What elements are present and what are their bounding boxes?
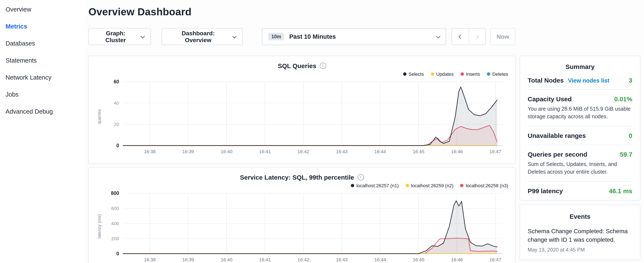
time-step-buttons — [452, 28, 486, 45]
sidebar-item-databases[interactable]: Databases — [0, 35, 85, 52]
now-button[interactable]: Now — [490, 28, 515, 45]
legend-label: localhost:26259 (n2) — [411, 183, 453, 188]
service-latency-chart-card: Service Latency: SQL, 99th percentile i … — [88, 167, 515, 263]
legend-label: Updates — [436, 72, 454, 77]
sql-queries-chart-card: SQL Queries i Selects Updates Inserts — [88, 56, 515, 164]
summary-card: Summary Total Nodes View nodes list 3 Ca… — [520, 56, 640, 200]
chevron-right-icon — [474, 35, 478, 39]
summary-label: Capacity Used — [528, 95, 572, 103]
svg-text:60: 60 — [114, 79, 119, 85]
sidebar-item-overview[interactable]: Overview — [0, 1, 85, 18]
service-latency-chart-title: Service Latency: SQL, 99th percentile — [240, 173, 354, 181]
svg-text:20: 20 — [114, 122, 119, 127]
service-latency-legend: localhost:26257 (n1) localhost:26259 (n2… — [96, 182, 508, 189]
legend-dot — [460, 184, 464, 187]
svg-text:16:46: 16:46 — [451, 257, 463, 262]
events-title: Events — [528, 213, 632, 220]
svg-text:16:45: 16:45 — [413, 257, 424, 262]
legend-item-updates[interactable]: Updates — [430, 72, 454, 77]
svg-text:16:46: 16:46 — [451, 149, 463, 154]
chevron-down-icon — [232, 34, 237, 38]
summary-label: Total Nodes — [528, 77, 564, 84]
legend-label: Deletes — [492, 72, 508, 77]
legend-item-inserts[interactable]: Inserts — [460, 72, 480, 77]
app-root: Overview Metrics Databases Statements Ne… — [0, 0, 644, 263]
sql-queries-chart-title: SQL Queries — [278, 62, 316, 69]
sidebar-item-jobs[interactable]: Jobs — [0, 86, 85, 103]
legend-item-deletes[interactable]: Deletes — [487, 72, 508, 77]
toolbar: Graph: Cluster Dashboard: Overview 10m P… — [88, 28, 515, 45]
svg-text:16:47: 16:47 — [490, 257, 501, 262]
svg-text:16:38: 16:38 — [144, 149, 156, 154]
svg-text:16:38: 16:38 — [144, 257, 156, 262]
y-axis-label: queries — [96, 78, 102, 155]
sidebar: Overview Metrics Databases Statements Ne… — [0, 0, 85, 263]
svg-text:800: 800 — [111, 190, 119, 196]
summary-row-capacity-used: Capacity Used 0.01% You are using 28.6 M… — [528, 90, 632, 126]
y-axis-label: latency (ms) — [96, 190, 102, 263]
legend-dot — [460, 72, 464, 76]
svg-text:200: 200 — [111, 236, 119, 241]
sidebar-item-metrics[interactable]: Metrics — [0, 18, 85, 35]
legend-dot — [351, 184, 354, 187]
time-range-picker[interactable]: 10m Past 10 Minutes — [262, 28, 446, 45]
svg-text:16:39: 16:39 — [182, 149, 194, 154]
sql-queries-chart: 020406016:3816:3916:4016:4116:4216:4316:… — [102, 78, 508, 155]
page-title: Overview Dashboard — [88, 6, 515, 18]
time-back-button[interactable] — [452, 29, 468, 45]
legend-dot — [406, 184, 409, 187]
summary-value: 0 — [629, 132, 632, 139]
time-forward-button[interactable] — [468, 29, 485, 45]
legend-label: Inserts — [466, 72, 480, 77]
svg-text:16:43: 16:43 — [336, 257, 348, 262]
legend-item-n3[interactable]: localhost:26258 (n3) — [460, 183, 508, 188]
svg-text:16:47: 16:47 — [490, 149, 501, 154]
legend-label: Selects — [408, 72, 424, 77]
graph-scope-dropdown[interactable]: Graph: Cluster — [88, 28, 151, 45]
summary-row-queries-per-second: Queries per second 59.7 Sum of Selects, … — [528, 145, 632, 182]
svg-text:16:40: 16:40 — [221, 149, 232, 154]
legend-dot — [487, 72, 490, 76]
event-list-item[interactable]: Schema Change Completed: Schema change w… — [528, 227, 632, 252]
summary-value: 59.7 — [620, 151, 632, 158]
svg-text:16:41: 16:41 — [259, 257, 271, 262]
summary-value: 46.1 ms — [609, 187, 632, 194]
svg-text:16:43: 16:43 — [336, 149, 348, 154]
sidebar-item-network-latency[interactable]: Network Latency — [0, 69, 85, 86]
service-latency-chart: 020040060080016:3816:3916:4016:4116:4216… — [102, 190, 508, 263]
svg-text:16:42: 16:42 — [298, 257, 309, 262]
svg-text:600: 600 — [111, 206, 119, 211]
right-panel: Summary Total Nodes View nodes list 3 Ca… — [520, 0, 640, 263]
chevron-down-icon — [140, 34, 145, 38]
info-icon[interactable]: i — [320, 62, 326, 69]
legend-label: localhost:26258 (n3) — [466, 183, 508, 188]
time-range-badge: 10m — [268, 33, 284, 41]
view-nodes-list-link[interactable]: View nodes list — [568, 78, 609, 84]
summary-value: 3 — [629, 77, 632, 84]
svg-text:0: 0 — [116, 251, 119, 256]
sql-queries-legend: Selects Updates Inserts Deletes — [96, 71, 508, 78]
svg-text:400: 400 — [111, 221, 119, 226]
sidebar-item-statements[interactable]: Statements — [0, 52, 85, 69]
svg-text:16:39: 16:39 — [182, 257, 194, 262]
legend-item-n1[interactable]: localhost:26257 (n1) — [351, 183, 399, 188]
svg-text:16:42: 16:42 — [298, 149, 309, 154]
dashboard-label: Dashboard: Overview — [168, 30, 228, 43]
chevron-left-icon — [459, 35, 463, 39]
svg-text:0: 0 — [116, 143, 119, 148]
summary-row-unavailable-ranges: Unavailable ranges 0 — [528, 126, 632, 145]
legend-item-n2[interactable]: localhost:26259 (n2) — [406, 183, 453, 188]
svg-text:40: 40 — [114, 100, 119, 106]
summary-label: Unavailable ranges — [528, 132, 586, 139]
dashboard-dropdown[interactable]: Dashboard: Overview — [161, 28, 243, 45]
event-timestamp: May 13, 2020 at 4:45 PM — [528, 247, 632, 252]
main-content: Overview Dashboard Graph: Cluster Dashbo… — [85, 0, 515, 263]
sidebar-item-advanced-debug[interactable]: Advanced Debug — [0, 103, 85, 120]
graph-scope-label: Graph: Cluster — [95, 30, 136, 43]
legend-label: localhost:26257 (n1) — [356, 183, 399, 188]
info-icon[interactable]: i — [358, 174, 364, 180]
summary-value: 0.01% — [614, 95, 632, 103]
svg-text:16:44: 16:44 — [374, 257, 386, 262]
legend-dot — [430, 72, 434, 76]
legend-item-selects[interactable]: Selects — [403, 72, 424, 77]
